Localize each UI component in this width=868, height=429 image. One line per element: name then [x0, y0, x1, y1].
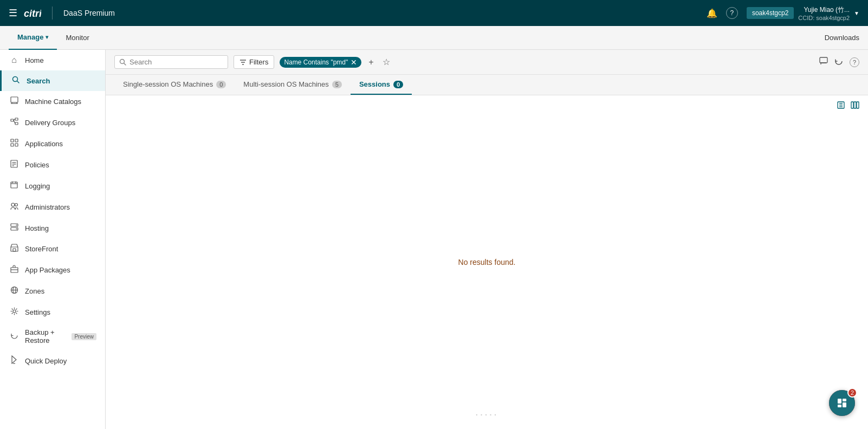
content-body: No results found. .....: [106, 95, 868, 429]
chat-icon[interactable]: [819, 57, 828, 68]
administrators-icon: [9, 202, 20, 212]
sidebar-item-applications[interactable]: Applications: [0, 133, 105, 154]
sidebar-item-machine-catalogs[interactable]: Machine Catalogs: [0, 91, 105, 112]
sidebar: ⌂ Home Search Machine Catalogs Delivery …: [0, 50, 106, 429]
hamburger-icon[interactable]: ☰: [9, 7, 17, 19]
downloads-link[interactable]: Downloads: [825, 34, 859, 42]
chip-close-icon[interactable]: ✕: [351, 58, 357, 66]
bottom-dots: .....: [475, 406, 498, 418]
svg-rect-7: [11, 119, 14, 121]
sidebar-item-label: Machine Catalogs: [25, 98, 81, 106]
svg-rect-12: [11, 139, 14, 142]
svg-rect-53: [838, 399, 841, 404]
help-icon[interactable]: ?: [850, 57, 859, 67]
main-layout: ⌂ Home Search Machine Catalogs Delivery …: [0, 50, 868, 429]
tab-single-session[interactable]: Single-session OS Machines 0: [114, 75, 235, 95]
zones-icon: [9, 286, 20, 296]
svg-rect-31: [13, 249, 16, 251]
sidebar-item-delivery-groups[interactable]: Delivery Groups: [0, 112, 105, 133]
svg-rect-30: [11, 247, 18, 251]
svg-point-37: [13, 310, 16, 313]
tab-count-multi: 5: [332, 81, 342, 88]
export-icon[interactable]: [837, 101, 845, 112]
logging-icon: [9, 181, 20, 191]
top-bar: ☰ citrix DaaS Premium 🔔 ? soak4stgcp2 Yu…: [0, 0, 868, 26]
applications-icon: [9, 139, 20, 149]
add-button[interactable]: +: [367, 56, 375, 69]
search-sidebar-icon: [10, 76, 21, 86]
hosting-icon: [9, 223, 20, 233]
svg-rect-56: [838, 405, 841, 407]
bell-icon[interactable]: 🔔: [707, 8, 717, 18]
tab-label: Single-session OS Machines: [123, 80, 213, 88]
svg-rect-9: [15, 122, 18, 125]
tab-multi-session[interactable]: Multi-session OS Machines 5: [235, 75, 351, 95]
toolbar: Filters Name Contains "pmd" ✕ + ☆ ?: [106, 50, 868, 75]
filter-chip[interactable]: Name Contains "pmd" ✕: [280, 57, 361, 68]
sidebar-item-quick-deploy[interactable]: Quick Deploy: [0, 350, 105, 372]
tab-count-sessions: 0: [393, 81, 403, 88]
fab-badge: 2: [847, 388, 857, 398]
sidebar-item-label: Zones: [25, 287, 44, 295]
secondary-nav: Manage ▾ Monitor Downloads: [0, 26, 868, 50]
svg-rect-52: [857, 102, 859, 108]
sidebar-item-administrators[interactable]: Administrators: [0, 197, 105, 218]
svg-line-11: [14, 120, 15, 123]
tab-manage[interactable]: Manage ▾: [9, 26, 57, 50]
storefront-icon: [9, 244, 20, 254]
sidebar-item-storefront[interactable]: StoreFront: [0, 238, 105, 259]
sidebar-item-label: Quick Deploy: [25, 357, 67, 365]
user-name: Yujie Miao (竹...: [804, 5, 850, 15]
sidebar-item-hosting[interactable]: Hosting: [0, 218, 105, 238]
svg-rect-14: [11, 144, 14, 146]
sidebar-item-settings[interactable]: Settings: [0, 302, 105, 323]
top-bar-right: 🔔 ? soak4stgcp2 Yujie Miao (竹... CCID: s…: [707, 5, 859, 21]
sidebar-item-zones[interactable]: Zones: [0, 281, 105, 302]
monitor-label: Monitor: [66, 34, 89, 42]
fab-button[interactable]: 2: [829, 390, 855, 416]
sidebar-item-policies[interactable]: Policies: [0, 154, 105, 176]
policies-icon: [9, 160, 20, 170]
sidebar-item-label: Hosting: [25, 224, 49, 232]
filters-button[interactable]: Filters: [234, 55, 274, 69]
star-button[interactable]: ☆: [381, 55, 392, 69]
tab-label: Multi-session OS Machines: [243, 80, 329, 88]
sidebar-item-app-packages[interactable]: App Packages: [0, 259, 105, 281]
chip-label: Name Contains "pmd": [284, 58, 348, 66]
home-icon: ⌂: [9, 55, 20, 65]
fab-icon: [836, 397, 848, 409]
user-chevron-icon[interactable]: ▼: [854, 10, 859, 16]
sidebar-item-label: StoreFront: [25, 245, 58, 253]
top-bar-left: ☰ citrix DaaS Premium: [9, 6, 115, 20]
search-icon: [119, 58, 126, 66]
content-tabs: Single-session OS Machines 0 Multi-sessi…: [106, 75, 868, 95]
sidebar-item-search[interactable]: Search: [0, 70, 105, 91]
help-circle-icon[interactable]: ?: [726, 7, 738, 19]
sidebar-item-backup-restore[interactable]: Backup + Restore Preview: [0, 323, 105, 350]
user-info: Yujie Miao (竹... CCID: soak4stgcp2: [798, 5, 850, 21]
svg-text:citrix: citrix: [24, 8, 41, 19]
sidebar-item-label: Home: [25, 56, 44, 64]
tab-monitor[interactable]: Monitor: [57, 26, 98, 50]
sidebar-item-logging[interactable]: Logging: [0, 176, 105, 197]
svg-point-25: [15, 204, 17, 206]
delivery-groups-icon: [9, 118, 20, 128]
search-input[interactable]: [129, 58, 211, 66]
sidebar-item-label: Settings: [25, 308, 50, 316]
sidebar-item-home[interactable]: ⌂ Home: [0, 50, 105, 70]
refresh-icon[interactable]: [834, 57, 843, 68]
tab-sessions[interactable]: Sessions 0: [351, 75, 412, 95]
content-view-icons: [837, 101, 859, 112]
user-section[interactable]: soak4stgcp2 Yujie Miao (竹... CCID: soak4…: [747, 5, 859, 21]
columns-icon[interactable]: [851, 101, 859, 112]
svg-line-41: [124, 63, 126, 66]
no-results-text: No results found.: [458, 258, 516, 266]
manage-label: Manage: [17, 33, 43, 41]
tab-label: Sessions: [359, 80, 390, 88]
svg-rect-3: [11, 97, 18, 102]
svg-rect-45: [820, 57, 827, 63]
search-box[interactable]: [114, 55, 228, 69]
settings-icon: [9, 307, 20, 317]
filter-icon: [239, 59, 247, 65]
sidebar-item-label: Backup + Restore: [25, 328, 64, 344]
